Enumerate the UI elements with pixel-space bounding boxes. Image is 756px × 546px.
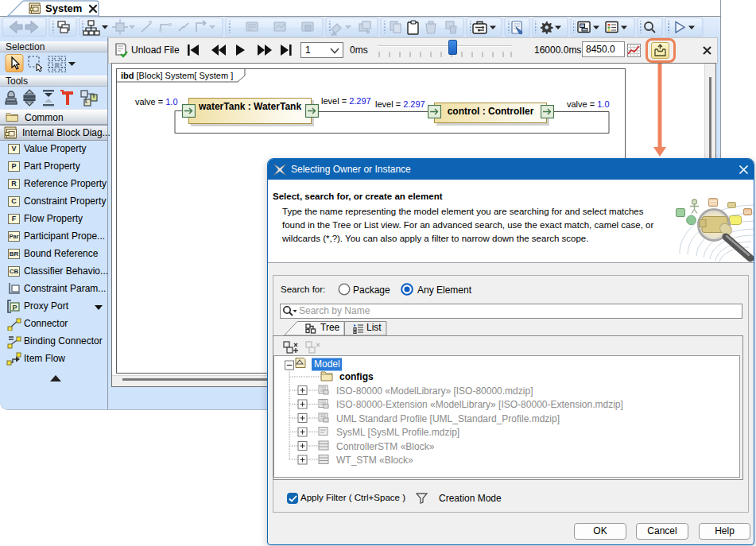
- svg-text:P: P: [12, 304, 17, 312]
